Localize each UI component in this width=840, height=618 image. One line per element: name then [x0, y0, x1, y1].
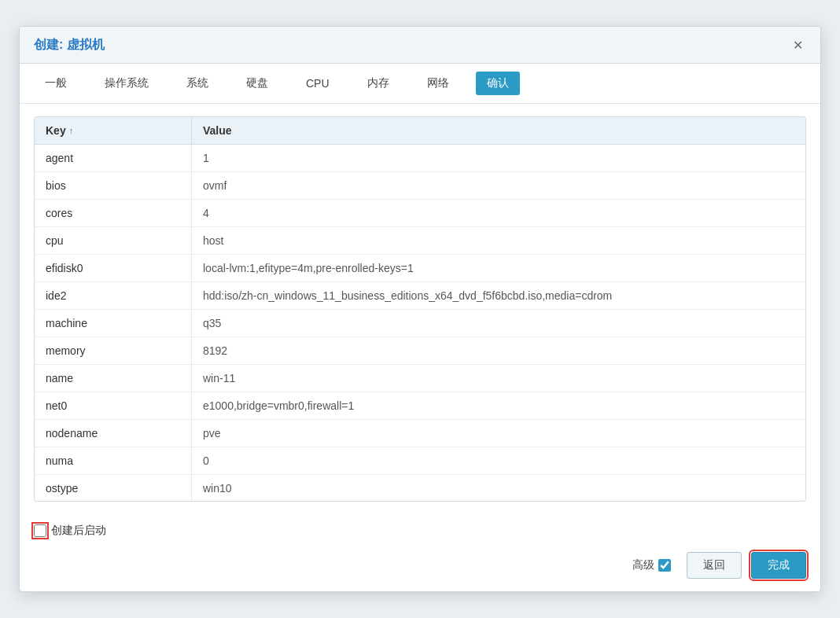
- row-key: ostype: [35, 475, 192, 501]
- table-row: bios ovmf: [35, 172, 805, 200]
- table-row: ide2 hdd:iso/zh-cn_windows_11_business_e…: [35, 282, 805, 310]
- table-row: numa 0: [35, 447, 805, 475]
- row-value: ovmf: [192, 172, 805, 199]
- row-value: win10: [192, 475, 805, 501]
- row-key: machine: [35, 310, 192, 337]
- tab-memory[interactable]: 内存: [356, 72, 400, 95]
- dialog-body: Key ↑ Value agent 1 bios ovmf cores 4 cp…: [20, 104, 820, 514]
- row-value: pve: [192, 420, 805, 447]
- row-value: win-11: [192, 365, 805, 392]
- row-value: 8192: [192, 337, 805, 364]
- row-key: ide2: [35, 282, 192, 309]
- row-key: memory: [35, 337, 192, 364]
- dialog-title: 创建: 虚拟机: [34, 37, 105, 53]
- advanced-label: 高级: [632, 558, 654, 572]
- row-value: e1000,bridge=vmbr0,firewall=1: [192, 392, 805, 419]
- col-key-header: Key ↑: [35, 117, 192, 144]
- table-row: nodename pve: [35, 420, 805, 447]
- table-row: net0 e1000,bridge=vmbr0,firewall=1: [35, 392, 805, 420]
- tab-cpu[interactable]: CPU: [295, 72, 341, 94]
- dialog-footer: 高级 返回 完成: [20, 544, 820, 591]
- table-row: agent 1: [35, 145, 805, 172]
- row-key: name: [35, 365, 192, 392]
- table-row: machine q35: [35, 310, 805, 337]
- autostart-checkbox[interactable]: [34, 524, 46, 537]
- row-key: numa: [35, 447, 192, 474]
- table-row: cores 4: [35, 200, 805, 227]
- col-value-header: Value: [192, 117, 805, 144]
- finish-button[interactable]: 完成: [751, 552, 806, 579]
- table-row: memory 8192: [35, 337, 805, 365]
- table-row: ostype win10: [35, 475, 805, 501]
- tab-disk[interactable]: 硬盘: [235, 72, 279, 95]
- row-value: 0: [192, 447, 805, 474]
- autostart-label[interactable]: 创建后启动: [34, 524, 106, 538]
- tab-bar: 一般 操作系统 系统 硬盘 CPU 内存 网络 确认: [20, 64, 820, 104]
- row-key: bios: [35, 172, 192, 199]
- dialog-header: 创建: 虚拟机 ✕: [20, 27, 820, 64]
- row-value: 4: [192, 200, 805, 226]
- row-key: cpu: [35, 227, 192, 254]
- config-table: Key ↑ Value agent 1 bios ovmf cores 4 cp…: [34, 116, 806, 502]
- close-button[interactable]: ✕: [789, 36, 806, 53]
- tab-confirm[interactable]: 确认: [476, 72, 520, 95]
- row-value: local-lvm:1,efitype=4m,pre-enrolled-keys…: [192, 255, 805, 281]
- create-vm-dialog: 创建: 虚拟机 ✕ 一般 操作系统 系统 硬盘 CPU 内存 网络 确认 Key…: [19, 26, 821, 592]
- autostart-text: 创建后启动: [51, 524, 106, 538]
- row-value: 1: [192, 145, 805, 171]
- row-value: host: [192, 227, 805, 254]
- tab-system[interactable]: 系统: [175, 72, 219, 95]
- back-button[interactable]: 返回: [687, 552, 742, 579]
- row-key: efidisk0: [35, 255, 192, 281]
- advanced-option: 高级: [632, 558, 671, 572]
- row-key: agent: [35, 145, 192, 171]
- table-header: Key ↑ Value: [35, 117, 805, 145]
- advanced-checkbox[interactable]: [658, 559, 671, 572]
- tab-os[interactable]: 操作系统: [94, 72, 160, 95]
- table-row: efidisk0 local-lvm:1,efitype=4m,pre-enro…: [35, 255, 805, 282]
- row-value: q35: [192, 310, 805, 337]
- row-key: cores: [35, 200, 192, 226]
- sort-icon[interactable]: ↑: [69, 126, 74, 135]
- table-scroll-area[interactable]: agent 1 bios ovmf cores 4 cpu host efidi…: [35, 145, 805, 501]
- row-value: hdd:iso/zh-cn_windows_11_business_editio…: [192, 282, 805, 309]
- tab-general[interactable]: 一般: [34, 72, 78, 95]
- table-row: cpu host: [35, 227, 805, 255]
- footer-options: 创建后启动: [20, 514, 820, 544]
- row-key: nodename: [35, 420, 192, 447]
- table-row: name win-11: [35, 365, 805, 392]
- row-key: net0: [35, 392, 192, 419]
- tab-network[interactable]: 网络: [416, 72, 460, 95]
